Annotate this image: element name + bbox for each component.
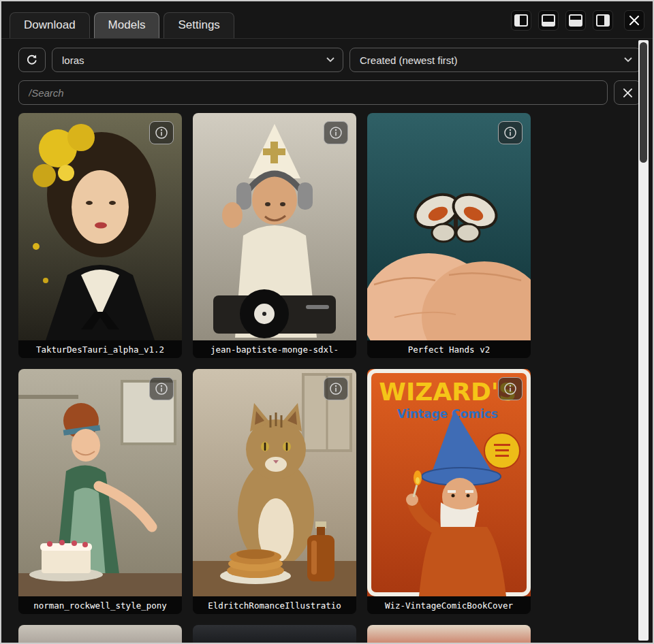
info-icon	[503, 126, 517, 140]
vertical-scrollbar[interactable]	[638, 40, 649, 641]
info-button[interactable]	[498, 377, 523, 400]
model-thumbnail	[193, 369, 356, 596]
model-grid: TakturDesTauri_alpha_v1.2	[18, 113, 641, 644]
model-name: TakturDesTauri_alpha_v1.2	[18, 340, 182, 358]
portrait-illustration	[18, 113, 182, 340]
butterfly-hands-photo	[367, 113, 531, 340]
model-card[interactable]	[193, 625, 356, 644]
tab-settings[interactable]: Settings	[164, 12, 234, 38]
close-x-icon	[623, 88, 632, 97]
sort-select[interactable]: Created (newest first)	[349, 48, 641, 72]
dock-left-icon	[514, 14, 528, 27]
tab-download[interactable]: Download	[10, 12, 90, 38]
model-card[interactable]: TakturDesTauri_alpha_v1.2	[18, 113, 182, 358]
dock-bottom-large-icon	[569, 14, 582, 27]
refresh-button[interactable]	[18, 48, 46, 72]
info-icon	[155, 126, 168, 140]
info-button[interactable]	[324, 377, 348, 400]
dock-bottom-button[interactable]	[538, 10, 559, 31]
pope-dj-illustration	[193, 113, 356, 340]
model-name: Perfect Hands v2	[367, 340, 531, 358]
model-card[interactable]: WIZARD'S Vintage Comics	[367, 369, 531, 614]
model-card[interactable]: EldritchRomanceIllustratio	[193, 369, 356, 614]
model-thumbnail	[193, 113, 356, 340]
dock-bottom-icon	[542, 14, 555, 27]
model-name: jean-baptiste-monge-sdxl-	[193, 340, 356, 358]
model-name: EldritchRomanceIllustratio	[193, 596, 356, 614]
dock-bottom-large-button[interactable]	[565, 10, 586, 31]
cat-pancakes-illustration	[193, 369, 356, 596]
info-button[interactable]	[149, 121, 174, 144]
info-button[interactable]	[149, 377, 174, 400]
comic-cover-title: WIZARD'S	[379, 378, 516, 406]
model-thumbnail	[367, 113, 531, 340]
model-thumbnail	[18, 369, 182, 596]
chevron-down-icon	[624, 57, 632, 63]
close-button[interactable]	[624, 10, 644, 31]
model-name: Wiz-VintageComicBookCover	[367, 596, 531, 614]
dock-left-button[interactable]	[511, 10, 531, 31]
baker-illustration	[18, 369, 182, 596]
model-type-value: loras	[62, 54, 84, 66]
info-icon	[155, 382, 168, 396]
tab-models[interactable]: Models	[94, 12, 160, 38]
refresh-icon	[26, 54, 38, 66]
model-manager-window: { "colors": { "background": "#161616", "…	[0, 0, 654, 644]
sort-value: Created (newest first)	[360, 54, 457, 66]
clear-search-button[interactable]	[614, 80, 641, 105]
search-input[interactable]	[18, 80, 608, 105]
model-card[interactable]	[18, 625, 182, 644]
tab-bar: Download Models Settings	[1, 1, 653, 39]
model-thumbnail	[18, 113, 182, 340]
models-panel: loras Created (newest first)	[1, 39, 653, 644]
dock-right-button[interactable]	[593, 10, 613, 31]
scrollbar-thumb[interactable]	[640, 42, 647, 163]
model-name: norman_rockwell_style_pony	[18, 596, 182, 614]
model-card[interactable]: norman_rockwell_style_pony	[18, 369, 182, 614]
window-buttons	[504, 10, 644, 31]
info-button[interactable]	[324, 121, 348, 144]
search-row	[18, 80, 641, 105]
model-card[interactable]: jean-baptiste-monge-sdxl-	[193, 113, 356, 358]
info-button[interactable]	[498, 121, 523, 144]
chevron-down-icon	[326, 57, 334, 63]
comic-cover-subtitle: Vintage Comics	[397, 407, 498, 421]
model-card[interactable]	[367, 625, 531, 644]
info-icon	[329, 126, 343, 140]
info-icon	[503, 382, 517, 396]
dock-right-icon	[596, 14, 610, 27]
model-thumbnail: WIZARD'S Vintage Comics	[367, 369, 531, 596]
model-type-select[interactable]: loras	[52, 48, 343, 72]
wizard-comic-cover: WIZARD'S Vintage Comics	[367, 369, 531, 596]
close-icon	[629, 16, 639, 25]
filter-row: loras Created (newest first)	[18, 48, 641, 72]
info-icon	[329, 382, 343, 396]
model-card[interactable]: Perfect Hands v2	[367, 113, 531, 358]
